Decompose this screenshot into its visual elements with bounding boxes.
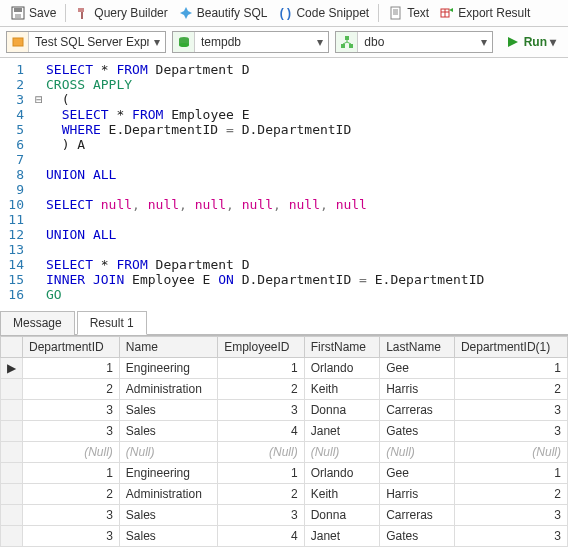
code-line[interactable]: 8UNION ALL	[0, 167, 568, 182]
column-header[interactable]: FirstName	[304, 337, 379, 358]
code-line[interactable]: 9	[0, 182, 568, 197]
tab-result[interactable]: Result 1	[77, 311, 147, 335]
column-header[interactable]: DepartmentID	[23, 337, 120, 358]
cell: 3	[23, 526, 120, 547]
table-row[interactable]: 1Engineering1OrlandoGee1	[1, 463, 568, 484]
chevron-down-icon: ▾	[149, 35, 165, 49]
table-row[interactable]: 3Sales3DonnaCarreras3	[1, 505, 568, 526]
column-header[interactable]: DepartmentID(1)	[454, 337, 567, 358]
code-line[interactable]: 7	[0, 152, 568, 167]
server-icon	[7, 32, 29, 52]
table-row[interactable]: ▶1Engineering1OrlandoGee1	[1, 358, 568, 379]
database-value: tempdb	[195, 35, 312, 49]
cell: 2	[23, 379, 120, 400]
code-line[interactable]: 3⊟ (	[0, 92, 568, 107]
schema-icon	[336, 32, 358, 52]
separator	[65, 4, 66, 22]
line-number: 13	[0, 242, 32, 257]
fold-toggle	[32, 272, 46, 287]
code-line[interactable]: 13	[0, 242, 568, 257]
chevron-down-icon: ▾	[550, 35, 556, 49]
cell: (Null)	[23, 442, 120, 463]
cell: 1	[23, 358, 120, 379]
code-line[interactable]: 11	[0, 212, 568, 227]
fold-toggle[interactable]: ⊟	[32, 92, 46, 107]
column-header[interactable]: LastName	[380, 337, 455, 358]
server-dropdown[interactable]: Test SQL Server Expres ▾	[6, 31, 166, 53]
schema-value: dbo	[358, 35, 475, 49]
code-line[interactable]: 15INNER JOIN Employee E ON D.DepartmentI…	[0, 272, 568, 287]
result-grid: DepartmentIDNameEmployeeIDFirstNameLastN…	[0, 335, 568, 547]
schema-dropdown[interactable]: dbo ▾	[335, 31, 492, 53]
table-row[interactable]: 3Sales4JanetGates3	[1, 421, 568, 442]
run-button[interactable]: Run ▾	[499, 32, 562, 52]
code-line[interactable]: 4 SELECT * FROM Employee E	[0, 107, 568, 122]
code-line[interactable]: 12UNION ALL	[0, 227, 568, 242]
column-header[interactable]: Name	[119, 337, 217, 358]
fold-toggle	[32, 137, 46, 152]
svg-point-15	[179, 43, 189, 47]
save-label: Save	[29, 6, 56, 20]
separator	[378, 4, 379, 22]
table-row[interactable]: (Null)(Null)(Null)(Null)(Null)(Null)	[1, 442, 568, 463]
code-content: GO	[46, 287, 62, 302]
svg-rect-2	[15, 14, 21, 18]
header-row: DepartmentIDNameEmployeeIDFirstNameLastN…	[1, 337, 568, 358]
cell: 1	[218, 358, 305, 379]
export-button[interactable]: Export Result	[435, 3, 534, 23]
code-line[interactable]: 1SELECT * FROM Department D	[0, 62, 568, 77]
code-line[interactable]: 2CROSS APPLY	[0, 77, 568, 92]
table-row[interactable]: 2Administration2KeithHarris2	[1, 484, 568, 505]
cell: Orlando	[304, 463, 379, 484]
cell: 3	[454, 526, 567, 547]
snippet-button[interactable]: ( ) Code Snippet	[273, 3, 373, 23]
cell: 3	[218, 505, 305, 526]
table-row[interactable]: 2Administration2KeithHarris2	[1, 379, 568, 400]
table-row[interactable]: 3Sales3DonnaCarreras3	[1, 400, 568, 421]
cell: 3	[454, 421, 567, 442]
svg-rect-18	[349, 44, 353, 48]
database-dropdown[interactable]: tempdb ▾	[172, 31, 329, 53]
hammer-icon	[75, 5, 91, 21]
text-button[interactable]: Text	[384, 3, 433, 23]
tab-result-label: Result 1	[90, 316, 134, 330]
code-content: UNION ALL	[46, 227, 116, 242]
cell: Gates	[380, 421, 455, 442]
document-icon	[388, 5, 404, 21]
code-line[interactable]: 6 ) A	[0, 137, 568, 152]
save-button[interactable]: Save	[6, 3, 60, 23]
fold-toggle	[32, 287, 46, 302]
svg-rect-1	[14, 8, 22, 12]
cell: Engineering	[119, 358, 217, 379]
cell: Gee	[380, 463, 455, 484]
line-number: 1	[0, 62, 32, 77]
sql-editor[interactable]: 1SELECT * FROM Department D2CROSS APPLY3…	[0, 58, 568, 306]
code-content: CROSS APPLY	[46, 77, 132, 92]
code-line[interactable]: 16GO	[0, 287, 568, 302]
cell: Harris	[380, 379, 455, 400]
code-content: UNION ALL	[46, 167, 116, 182]
fold-toggle	[32, 77, 46, 92]
code-line[interactable]: 5 WHERE E.DepartmentID = D.DepartmentID	[0, 122, 568, 137]
table-row[interactable]: 3Sales4JanetGates3	[1, 526, 568, 547]
result-table[interactable]: DepartmentIDNameEmployeeIDFirstNameLastN…	[0, 336, 568, 547]
cell: 2	[218, 484, 305, 505]
svg-rect-12	[13, 38, 23, 46]
column-header[interactable]: EmployeeID	[218, 337, 305, 358]
code-line[interactable]: 14SELECT * FROM Department D	[0, 257, 568, 272]
tab-message-label: Message	[13, 316, 62, 330]
cell: Donna	[304, 400, 379, 421]
tab-message[interactable]: Message	[0, 311, 75, 335]
code-content: SELECT * FROM Department D	[46, 62, 250, 77]
row-marker	[1, 442, 23, 463]
cell: Gee	[380, 358, 455, 379]
code-line[interactable]: 10SELECT null, null, null, null, null, n…	[0, 197, 568, 212]
svg-line-21	[347, 42, 351, 44]
fold-toggle	[32, 182, 46, 197]
cell: Sales	[119, 526, 217, 547]
query-builder-button[interactable]: Query Builder	[71, 3, 171, 23]
row-marker	[1, 463, 23, 484]
code-content: (	[46, 92, 69, 107]
fold-toggle	[32, 242, 46, 257]
beautify-button[interactable]: Beautify SQL	[174, 3, 272, 23]
